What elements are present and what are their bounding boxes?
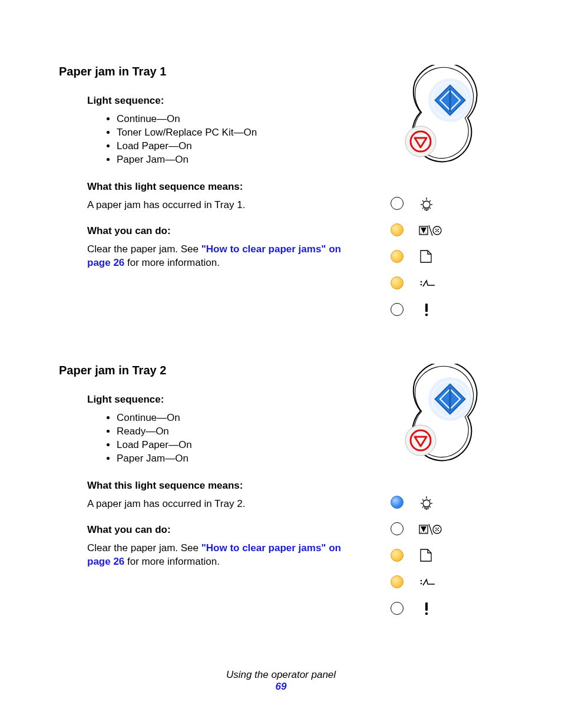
do-pre: Clear the paper jam. See [87,542,201,554]
led-ready [391,197,404,210]
section-tray1: Paper jam in Tray 1 Light sequence: Cont… [59,65,503,322]
do-text: Clear the paper jam. See "How to clear p… [87,542,362,569]
panel-buttons-diagram [379,65,497,177]
footer-page-number: 69 [0,681,562,693]
jam-icon [418,574,442,590]
ready-icon [418,195,442,212]
light-sequence-heading: Light sequence: [87,394,362,406]
panel-diagram [379,65,503,322]
list-item: Paper Jam—On [117,452,362,466]
indicator-rows [379,489,503,621]
indicator-toner [379,216,503,243]
light-sequence-heading: Light sequence: [87,95,362,107]
text-column: Paper jam in Tray 2 Light sequence: Cont… [59,364,379,582]
footer-title: Using the operator panel [0,669,562,681]
page-footer: Using the operator panel 69 [0,669,562,693]
toner-icon [418,222,442,238]
led-paper [391,250,404,263]
list-item: Ready—On [117,425,362,439]
indicator-error [379,595,503,621]
panel-buttons-diagram [379,364,497,476]
error-icon [418,301,442,318]
led-jam [391,575,404,588]
do-post: for more information. [124,257,220,268]
toner-icon [418,521,442,537]
light-sequence-list: Continue—On Ready—On Load Paper—On Paper… [87,411,362,466]
light-sequence-list: Continue—On Toner Low/Replace PC Kit—On … [87,113,362,167]
indicator-rows [379,190,503,322]
section-tray2: Paper jam in Tray 2 Light sequence: Cont… [59,364,503,621]
paper-icon [418,248,442,265]
led-error [391,602,404,615]
indicator-jam [379,568,503,595]
list-item: Continue—On [117,411,362,425]
do-heading: What you can do: [87,225,362,237]
do-text: Clear the paper jam. See "How to clear p… [87,243,362,270]
section-title: Paper jam in Tray 1 [59,65,362,78]
means-heading: What this light sequence means: [87,181,362,193]
list-item: Paper Jam—On [117,153,362,167]
led-jam [391,276,404,289]
indicator-paper [379,542,503,568]
means-text: A paper jam has occurred in Tray 2. [87,498,362,511]
list-item: Load Paper—On [117,140,362,153]
indicator-toner [379,515,503,542]
do-post: for more information. [124,556,220,567]
panel-diagram [379,364,503,621]
led-error [391,303,404,316]
section-title: Paper jam in Tray 2 [59,364,362,377]
page-content: Paper jam in Tray 1 Light sequence: Cont… [0,0,562,621]
indicator-jam [379,269,503,296]
means-heading: What this light sequence means: [87,480,362,492]
led-toner [391,522,404,535]
led-toner [391,223,404,236]
error-icon [418,600,442,617]
do-pre: Clear the paper jam. See [87,243,201,255]
indicator-paper [379,243,503,269]
list-item: Toner Low/Replace PC Kit—On [117,126,362,140]
ready-icon [418,494,442,510]
indicator-error [379,296,503,322]
means-text: A paper jam has occurred in Tray 1. [87,199,362,212]
paper-icon [418,547,442,564]
jam-icon [418,275,442,291]
led-paper [391,549,404,562]
led-ready [391,496,404,509]
list-item: Load Paper—On [117,439,362,452]
text-column: Paper jam in Tray 1 Light sequence: Cont… [59,65,379,283]
indicator-ready [379,489,503,515]
list-item: Continue—On [117,113,362,126]
indicator-ready [379,190,503,216]
do-heading: What you can do: [87,524,362,536]
